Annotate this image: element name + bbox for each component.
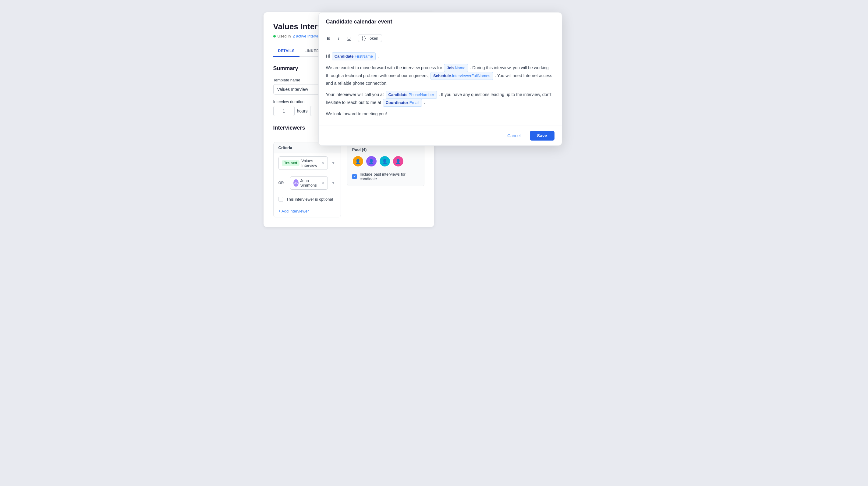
save-button[interactable]: Save <box>530 131 555 141</box>
line2-pre: We are excited to move forward with the … <box>326 65 442 70</box>
line3-post: . <box>424 100 425 105</box>
token-obj-5: Coordinator <box>386 99 408 106</box>
token-coordinator-email[interactable]: Coordinator.Email <box>383 99 422 107</box>
token-field-3: InterviewerFullNames <box>452 73 491 79</box>
modal-header: Candidate calendar event <box>319 12 562 30</box>
status-dot <box>273 35 276 37</box>
editor-content[interactable]: Hi Candidate.FirstName , We are excited … <box>319 46 562 125</box>
editor-line-1: Hi Candidate.FirstName , <box>326 52 555 60</box>
page-wrapper: Values Interview [Template] Used in 2 ac… <box>251 12 617 227</box>
token-schedule-interviewers[interactable]: Schedule.InterviewerFullNames <box>431 72 493 80</box>
editor-line-3: Your interviewer will call you at Candid… <box>326 91 555 107</box>
modal-title: Candidate calendar event <box>326 19 555 25</box>
tab-details[interactable]: DETAILS <box>273 46 300 57</box>
line1-pre: Hi <box>326 54 330 59</box>
token-field-4: PhoneNumber <box>409 91 434 98</box>
line4-text: We look forward to meeting you! <box>326 111 387 116</box>
optional-checkbox[interactable] <box>278 197 283 202</box>
line1-post: , <box>377 54 379 59</box>
token-job-name[interactable]: Job.Name <box>444 64 468 72</box>
modal-overlay: Candidate calendar event B I U { } Token <box>318 12 617 227</box>
bold-button[interactable]: B <box>323 33 333 43</box>
used-in-text: Used in <box>278 34 291 38</box>
token-obj-4: Candidate <box>389 91 408 98</box>
editor-line-2: We are excited to move forward with the … <box>326 64 555 87</box>
token-field-5: Email <box>409 99 420 106</box>
token-obj-1: Candidate <box>335 53 354 60</box>
or-label: OR <box>278 181 287 185</box>
token-field-2: Name <box>455 65 466 72</box>
hours-label: hours <box>297 109 308 113</box>
calendar-event-modal: Candidate calendar event B I U { } Token <box>318 12 562 146</box>
add-interviewer-button[interactable]: + Add interviewer <box>274 205 314 217</box>
underline-button[interactable]: U <box>344 33 354 43</box>
token-candidate-firstname[interactable]: Candidate.FirstName <box>332 52 376 60</box>
toolbar: B I U { } Token <box>319 30 562 46</box>
token-icon: { } <box>362 36 366 40</box>
token-button[interactable]: { } Token <box>358 34 382 42</box>
editor-line-4: We look forward to meeting you! <box>326 110 555 118</box>
token-field-1: FirstName <box>354 53 373 60</box>
cancel-button[interactable]: Cancel <box>501 131 527 141</box>
toolbar-divider <box>356 35 356 41</box>
duration-hours-input[interactable] <box>273 106 294 116</box>
trained-badge: Trained <box>282 161 300 166</box>
token-obj-2: Job <box>447 65 454 72</box>
line3-pre: Your interviewer will call you at <box>326 92 384 97</box>
italic-button[interactable]: I <box>334 33 344 43</box>
jenn-name: Jenn Simmons <box>301 178 319 188</box>
jenn-avatar: JS <box>293 179 299 187</box>
trained-value: Values Interview <box>301 159 319 168</box>
token-candidate-phone[interactable]: Candidate.PhoneNumber <box>386 91 437 99</box>
modal-footer: Cancel Save <box>319 125 562 145</box>
token-obj-3: Schedule <box>433 73 451 79</box>
